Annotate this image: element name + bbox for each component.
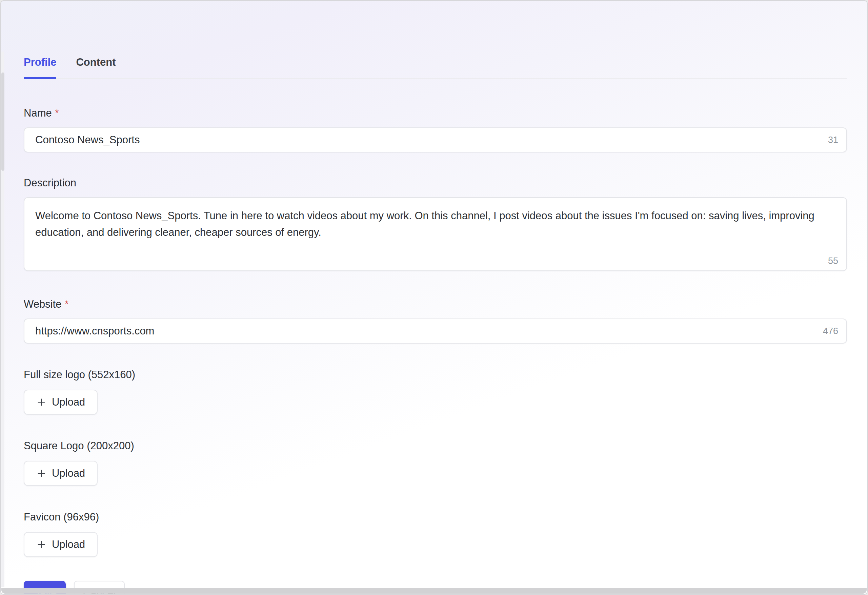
upload-button-label: Upload [52, 539, 85, 551]
name-field-wrap: 31 [24, 127, 847, 152]
vertical-scrollbar-track[interactable] [1, 52, 4, 587]
plus-icon [36, 468, 46, 478]
plus-icon [36, 397, 46, 407]
tab-profile-label: Profile [24, 56, 56, 68]
name-input[interactable] [24, 127, 847, 152]
favicon-upload-button[interactable]: Upload [24, 532, 97, 557]
upload-button-label: Upload [52, 467, 85, 480]
active-tab-indicator [24, 77, 56, 79]
description-label: Description [24, 177, 847, 189]
horizontal-scrollbar[interactable] [1, 588, 867, 594]
description-field-wrap: Welcome to Contoso News_Sports. Tune in … [24, 197, 847, 272]
tab-bar: Profile Content [24, 55, 847, 78]
vertical-scrollbar-thumb[interactable] [1, 72, 4, 171]
name-label: Name * [24, 107, 847, 119]
full-size-logo-upload-button[interactable]: Upload [24, 390, 97, 415]
required-asterisk: * [65, 298, 68, 309]
favicon-label: Favicon (96x96) [24, 511, 847, 523]
tab-profile[interactable]: Profile [24, 55, 56, 78]
settings-window: Profile Content Name * 31 Description We… [0, 0, 868, 595]
website-label: Website * [24, 298, 847, 310]
upload-button-label: Upload [52, 396, 85, 408]
profile-form: Profile Content Name * 31 Description We… [24, 1, 847, 595]
tab-content[interactable]: Content [76, 55, 115, 78]
full-size-logo-label: Full size logo (552x160) [24, 369, 847, 381]
plus-icon [36, 539, 46, 549]
website-input[interactable] [24, 319, 847, 344]
description-textarea[interactable]: Welcome to Contoso News_Sports. Tune in … [24, 197, 847, 271]
website-field-wrap: 476 [24, 319, 847, 344]
square-logo-label: Square Logo (200x200) [24, 440, 847, 452]
required-asterisk: * [55, 107, 59, 118]
square-logo-upload-button[interactable]: Upload [24, 461, 97, 486]
tab-content-label: Content [76, 56, 115, 68]
